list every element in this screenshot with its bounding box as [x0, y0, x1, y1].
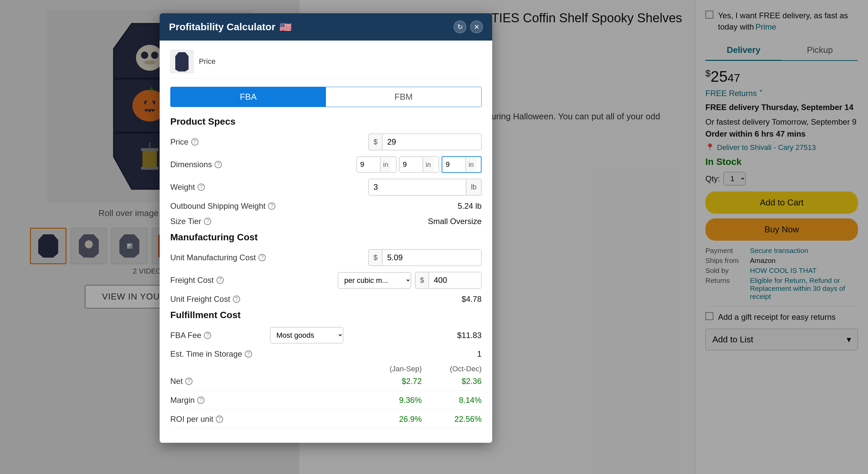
fba-fee-type-wrap: Most goods Apparel — [270, 327, 343, 343]
freight-cost-label: Freight Cost ? — [170, 276, 270, 285]
dim3-wrap: in — [442, 156, 482, 173]
unit-mfg-help-icon[interactable]: ? — [258, 254, 266, 261]
modal-product-name: Price — [199, 57, 482, 66]
unit-freight-value: $4.78 — [270, 294, 482, 304]
freight-help-icon[interactable]: ? — [217, 277, 224, 284]
freight-amount-input[interactable] — [429, 272, 481, 288]
roi-val2: 22.56% — [422, 414, 482, 424]
net-help-icon[interactable]: ? — [185, 378, 192, 385]
svg-marker-24 — [175, 52, 189, 71]
refresh-button[interactable]: ↻ — [454, 21, 466, 33]
results-headers: (Jan-Sep) (Oct-Dec) — [170, 365, 482, 373]
outbound-shipping-row: Outbound Shipping Weight ? 5.24 lb — [170, 201, 482, 211]
size-tier-help-icon[interactable]: ? — [204, 218, 211, 225]
modal-header-icons: ↻ ✕ — [454, 21, 483, 33]
unit-mfg-cost-label: Unit Manufacturing Cost ? — [170, 253, 270, 262]
net-label: Net ? — [170, 377, 243, 386]
weight-input-wrap: lb — [369, 179, 482, 195]
freight-dollar-prefix: $ — [415, 273, 429, 288]
unit-mfg-input-wrap: $ — [369, 249, 482, 266]
unit-freight-help-icon[interactable]: ? — [233, 295, 240, 303]
roi-help-icon[interactable]: ? — [216, 415, 223, 423]
unit-mfg-dollar-prefix: $ — [369, 250, 382, 265]
unit-mfg-input[interactable] — [382, 250, 481, 265]
fba-fee-help-icon[interactable]: ? — [204, 332, 211, 339]
profitability-calculator-modal: Profitability Calculator 🇺🇸 ↻ ✕ Price FB… — [160, 13, 492, 443]
outbound-shipping-value: 5.24 lb — [275, 201, 482, 211]
net-val1: $2.72 — [362, 377, 422, 386]
price-input[interactable] — [382, 134, 481, 150]
fba-fbm-tabs: FBA FBM — [170, 87, 482, 107]
freight-type-select[interactable]: per cubic m... per kg — [338, 273, 411, 288]
modal-body: Price FBA FBM Product Specs Price ? $ — [160, 40, 492, 443]
weight-row: Weight ? lb — [170, 179, 482, 195]
roi-label: ROI per unit ? — [170, 414, 243, 424]
unit-freight-cost-row: Unit Freight Cost ? $4.78 — [170, 294, 482, 304]
modal-product-thumbnail — [170, 50, 193, 73]
weight-unit: lb — [466, 180, 481, 195]
price-dollar-prefix: $ — [369, 134, 382, 150]
dim2-unit: in — [423, 158, 434, 172]
margin-val2: 8.14% — [422, 396, 482, 405]
freight-type-select-wrap: per cubic m... per kg — [338, 272, 411, 288]
fbm-tab[interactable]: FBM — [326, 87, 481, 107]
size-tier-label: Size Tier ? — [170, 217, 270, 226]
est-time-help-icon[interactable]: ? — [245, 350, 252, 358]
margin-val1: 9.36% — [362, 396, 422, 405]
freight-cost-row: Freight Cost ? per cubic m... per kg $ — [170, 272, 482, 288]
flag-icon: 🇺🇸 — [279, 21, 292, 33]
net-row: Net ? $2.72 $2.36 — [170, 377, 482, 391]
outbound-shipping-help-icon[interactable]: ? — [268, 202, 275, 210]
dim2-wrap: in — [399, 157, 439, 172]
price-input-wrap: $ — [369, 134, 482, 150]
unit-freight-cost-label: Unit Freight Cost ? — [170, 294, 270, 304]
dim1-unit: in — [380, 158, 391, 172]
size-tier-value: Small Oversize — [270, 217, 482, 226]
net-val2: $2.36 — [422, 377, 482, 386]
manufacturing-cost-header: Manufacturing Cost — [170, 232, 482, 243]
fba-fee-label: FBA Fee ? — [170, 331, 270, 340]
dimensions-row: Dimensions ? in in — [170, 156, 482, 173]
modal-title: Profitability Calculator 🇺🇸 — [169, 21, 292, 33]
roi-row: ROI per unit ? 26.9% 22.56% — [170, 414, 482, 429]
col1-header: (Jan-Sep) — [362, 365, 422, 373]
weight-field-label: Weight ? — [170, 183, 270, 192]
margin-help-icon[interactable]: ? — [197, 397, 205, 404]
dimensions-inputs: in in in — [356, 156, 482, 173]
dim3-unit: in — [466, 158, 476, 172]
product-specs-header: Product Specs — [170, 116, 482, 127]
fba-tab[interactable]: FBA — [170, 87, 326, 107]
dimensions-field-label: Dimensions ? — [170, 160, 270, 169]
margin-label: Margin ? — [170, 396, 243, 405]
roi-val1: 26.9% — [362, 414, 422, 424]
page: Roll over image to zoom in 📊 COLLECTION … — [0, 0, 868, 474]
est-time-value: 1 — [270, 349, 482, 359]
margin-row: Margin ? 9.36% 8.14% — [170, 396, 482, 410]
fba-fee-value: $11.83 — [347, 331, 482, 340]
modal-header: Profitability Calculator 🇺🇸 ↻ ✕ — [160, 13, 492, 40]
fba-fee-type-select[interactable]: Most goods Apparel — [270, 327, 343, 343]
est-time-label: Est. Time in Storage ? — [170, 349, 270, 359]
price-field-label: Price ? — [170, 137, 270, 147]
outbound-shipping-label: Outbound Shipping Weight ? — [170, 201, 275, 211]
price-help-icon[interactable]: ? — [191, 138, 198, 146]
fba-fee-row: FBA Fee ? Most goods Apparel $11.83 — [170, 327, 482, 343]
dim1-wrap: in — [356, 157, 396, 172]
weight-input[interactable] — [369, 179, 466, 195]
dim1-input[interactable] — [357, 157, 380, 172]
col2-header: (Oct-Dec) — [422, 365, 482, 373]
price-row: Price ? $ — [170, 134, 482, 150]
est-time-storage-row: Est. Time in Storage ? 1 — [170, 349, 482, 359]
dim2-input[interactable] — [399, 157, 423, 172]
close-button[interactable]: ✕ — [470, 21, 483, 33]
weight-help-icon[interactable]: ? — [197, 184, 205, 191]
fulfillment-cost-header: Fulfillment Cost — [170, 310, 482, 320]
dim3-input[interactable] — [442, 157, 466, 172]
dimensions-help-icon[interactable]: ? — [215, 161, 222, 168]
freight-amount-wrap: $ — [415, 272, 482, 288]
modal-product-row: Price — [170, 50, 482, 79]
size-tier-row: Size Tier ? Small Oversize — [170, 217, 482, 226]
unit-mfg-cost-row: Unit Manufacturing Cost ? $ — [170, 249, 482, 266]
